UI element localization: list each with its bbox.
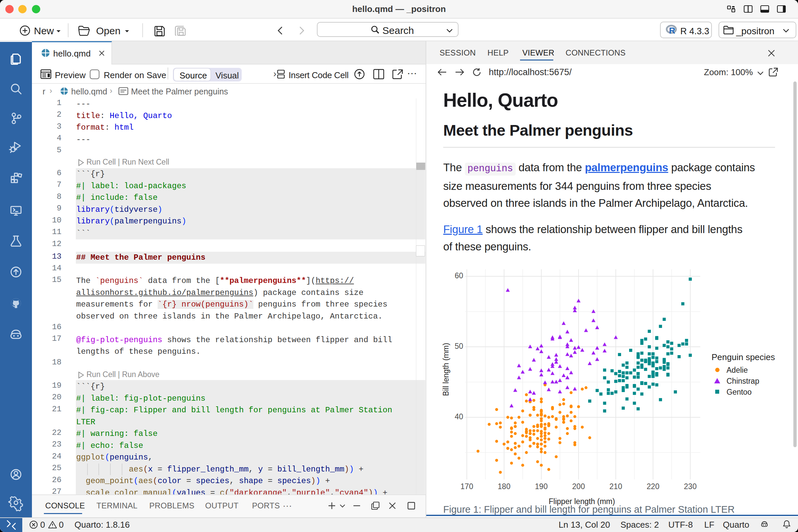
svg-text:R: R <box>669 25 675 36</box>
